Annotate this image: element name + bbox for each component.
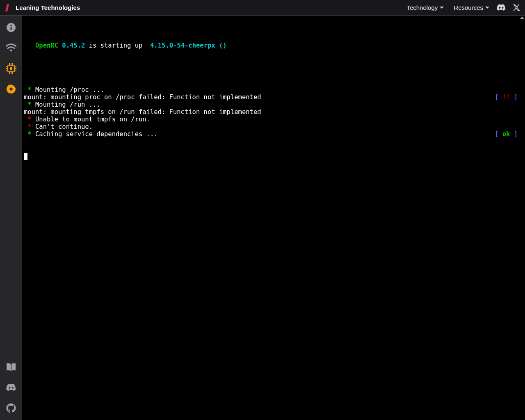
terminal-text: Mounting /proc ... <box>35 86 104 94</box>
nav-technology-label: Technology <box>406 4 438 11</box>
terminal-text: Mounting /run ... <box>35 101 100 108</box>
disc-icon <box>6 84 16 94</box>
sidebar-docs[interactable] <box>5 361 17 373</box>
terminal-text: Caching service dependencies ... <box>35 130 158 138</box>
terminal-line: * Unable to mount tmpfs on /run. <box>24 116 523 123</box>
brand-title: Leaning Technologies <box>16 4 80 11</box>
status-badge: [ ok ] <box>495 130 523 138</box>
discord-link[interactable] <box>497 4 506 11</box>
sidebar-disc[interactable] <box>5 83 17 95</box>
main-area: OpenRC 0.45.2 is starting up 4.15.0-54-c… <box>0 16 525 420</box>
nav-resources[interactable]: Resources <box>454 4 489 11</box>
sidebar-cpu[interactable] <box>5 62 17 75</box>
boot-starting: is starting up <box>85 42 146 49</box>
book-icon <box>6 363 16 371</box>
terminal-text: mount: mounting tmpfs on /run failed: Fu… <box>24 108 261 116</box>
sidebar-github[interactable] <box>5 402 17 414</box>
chevron-down-icon <box>485 7 489 9</box>
svg-rect-1 <box>11 27 12 30</box>
terminal-cursor-line <box>24 153 523 160</box>
terminal-text: Can't continue. <box>35 123 93 130</box>
star-icon: * <box>24 123 35 130</box>
terminal-line: * Mounting /proc ... <box>24 86 523 94</box>
status-badge: [ !! ] <box>495 94 523 101</box>
svg-rect-5 <box>10 67 12 70</box>
sidebar-info[interactable] <box>5 21 17 34</box>
svg-point-2 <box>10 25 11 26</box>
terminal-line: mount: mounting tmpfs on /run failed: Fu… <box>24 108 523 116</box>
github-icon <box>6 403 16 413</box>
star-icon: * <box>24 116 35 123</box>
cursor-icon <box>24 153 27 160</box>
terminal-text: Unable to mount tmpfs on /run. <box>35 116 150 123</box>
sidebar <box>0 16 22 420</box>
x-link[interactable] <box>513 4 520 11</box>
terminal-line: * Can't continue. <box>24 123 523 130</box>
info-icon <box>6 23 16 32</box>
chevron-down-icon <box>440 7 444 9</box>
discord-icon <box>6 384 16 391</box>
sidebar-discord[interactable] <box>5 381 17 394</box>
terminal-text: mount: mounting proc on /proc failed: Fu… <box>24 94 261 101</box>
discord-icon <box>497 4 506 11</box>
nav-technology[interactable]: Technology <box>406 4 444 11</box>
terminal-line: * Caching service dependencies ...[ ok ] <box>24 130 523 138</box>
star-icon: * <box>24 130 35 138</box>
scroll-up-arrow-icon[interactable] <box>520 16 524 19</box>
star-icon: * <box>24 101 35 108</box>
svg-point-3 <box>10 50 12 52</box>
terminal-line: mount: mounting proc on /proc failed: Fu… <box>24 94 523 101</box>
star-icon: * <box>24 86 35 94</box>
boot-openrc: OpenRC <box>35 42 58 49</box>
logo-icon <box>5 4 11 12</box>
svg-point-19 <box>10 88 13 91</box>
nav-resources-label: Resources <box>454 4 483 11</box>
wifi-icon <box>6 43 16 52</box>
terminal[interactable]: OpenRC 0.45.2 is starting up 4.15.0-54-c… <box>22 16 525 420</box>
x-icon <box>513 4 520 11</box>
terminal-line: OpenRC 0.45.2 is starting up 4.15.0-54-c… <box>24 42 523 49</box>
sidebar-network[interactable] <box>5 42 17 54</box>
top-bar: Leaning Technologies Technology Resource… <box>0 0 525 16</box>
terminal-line: * Mounting /run ... <box>24 101 523 108</box>
terminal-blank-line <box>24 64 523 71</box>
boot-kernel: 4.15.0-54-cheerpx () <box>146 42 227 49</box>
cpu-icon <box>6 63 16 74</box>
boot-version: 0.45.2 <box>62 42 85 49</box>
